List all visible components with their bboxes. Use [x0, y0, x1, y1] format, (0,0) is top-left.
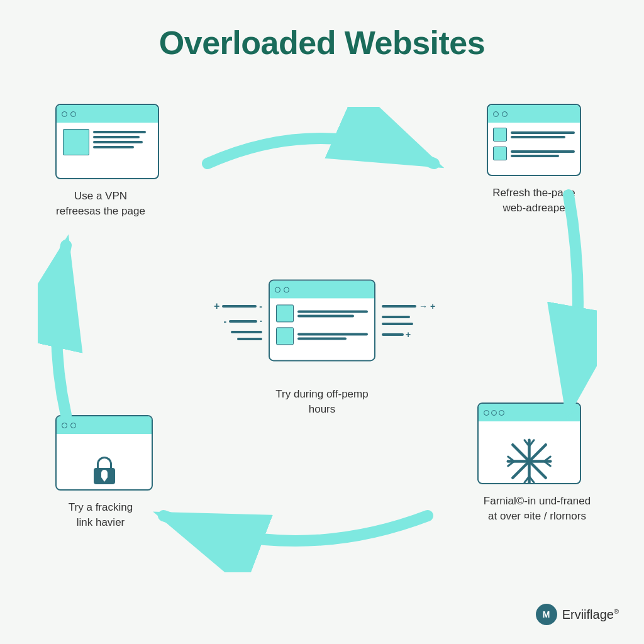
lock-container: [57, 434, 152, 491]
left-lines: + - - ·: [214, 301, 262, 340]
page-container: Overloaded Websites Use a VPNrefreesas t…: [0, 0, 644, 644]
page-title: Overloaded Websites: [0, 0, 644, 62]
arrow-top: [170, 107, 472, 189]
star-icon-container: [479, 421, 580, 484]
content-square-tl: [63, 129, 89, 155]
center-section: + - - ·: [269, 279, 375, 361]
lock-shackle: [97, 457, 112, 468]
snowflake-svg: [506, 438, 553, 485]
dot-c1: [275, 287, 280, 292]
brand-icon: M: [536, 604, 557, 625]
center-browser: [269, 279, 375, 361]
dot2: [70, 111, 76, 117]
keyhole-bottom: [101, 477, 108, 482]
label-top-left: Use a VPNrefreesas the page: [31, 189, 170, 219]
lock-body: [94, 468, 115, 484]
dot-tr1: [493, 111, 499, 117]
right-lines: → + +: [382, 301, 435, 340]
browser-titlebar-tr: [488, 105, 580, 123]
dot-c2: [284, 287, 289, 292]
brand-reg: ®: [614, 608, 619, 615]
brand-icon-letter: M: [543, 609, 550, 619]
dot-br1: [484, 410, 489, 416]
label-center: Try during off-pemphours: [253, 387, 391, 417]
brand-container: M Erviiflage®: [536, 604, 619, 625]
arrow-left: [38, 233, 94, 428]
dot-br3: [499, 410, 504, 416]
brand-name: Erviiflage®: [562, 608, 619, 622]
arrow-bottom: [126, 497, 465, 572]
csq2: [276, 327, 294, 345]
dot-tr2: [502, 111, 508, 117]
top-left-browser: [55, 104, 159, 179]
arrow-right: [540, 182, 597, 421]
lock-icon: [92, 457, 117, 485]
label-bottom-right: Farnial©-in und-franedat over ¤ite / rlo…: [455, 494, 619, 524]
sq2: [493, 147, 507, 160]
top-right-browser: [487, 104, 581, 176]
browser-titlebar-c: [270, 280, 374, 298]
dot-br2: [491, 410, 497, 416]
keyhole-top: [101, 470, 108, 477]
dot1: [62, 111, 67, 117]
browser-titlebar-tl: [57, 105, 158, 123]
sq1: [493, 128, 507, 142]
csq1: [276, 304, 294, 322]
